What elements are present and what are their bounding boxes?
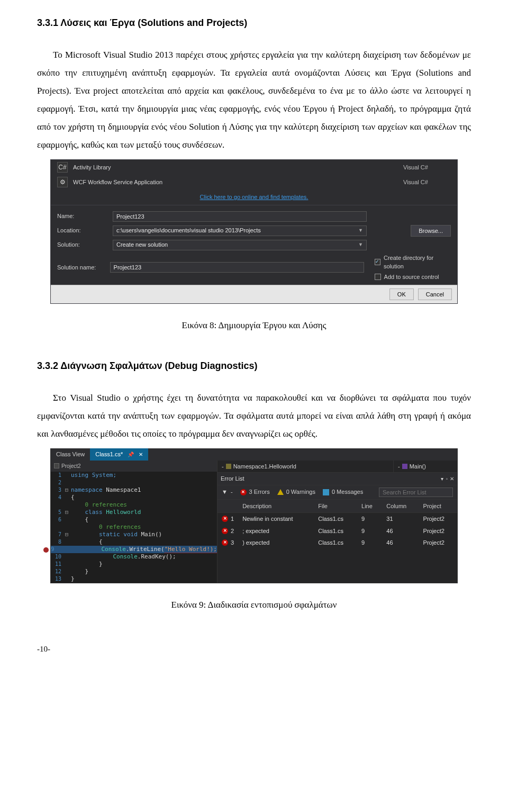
col-line[interactable]: Line: [357, 500, 382, 513]
messages-pill[interactable]: 0 Messages: [323, 488, 363, 497]
solution-combo[interactable]: Create new solution ▼: [113, 240, 367, 250]
figure-caption-9: Εικόνα 9: Διαδικασία εντοπισμού σφαλμάτω…: [37, 598, 471, 612]
ok-button[interactable]: OK: [389, 288, 414, 300]
solution-name-input[interactable]: [110, 262, 364, 273]
dropdown-icon[interactable]: ▾: [441, 475, 443, 483]
error-count: 3 Errors: [249, 488, 270, 497]
close-icon[interactable]: ✕: [139, 452, 143, 457]
figure-caption-8: Εικόνα 8: Δημιουργία Έργου και Λύσης: [37, 319, 471, 332]
warnings-pill[interactable]: 0 Warnings: [277, 488, 315, 497]
code-text: {: [85, 516, 89, 523]
code-text: }: [85, 568, 89, 575]
warning-count: 0 Warnings: [286, 488, 315, 497]
code-text: }: [71, 575, 75, 582]
name-input[interactable]: [113, 211, 367, 222]
code-text: }: [99, 561, 103, 567]
tab-bar: Class View Class1.cs* 📌 ✕: [51, 449, 457, 461]
code-editor[interactable]: Project2 1using System; 2 3⊟namespace Na…: [51, 461, 217, 583]
project-label: Project2: [61, 462, 81, 470]
new-project-dialog: C# Activity Library Visual C# ⚙ WCF Work…: [50, 159, 458, 304]
online-templates-link[interactable]: Click here to go online and find templat…: [51, 190, 457, 205]
error-panel: - Namespace1.Helloworld - Main() Error L…: [217, 461, 457, 583]
error-icon: ✕: [240, 489, 247, 495]
browse-button[interactable]: Browse...: [411, 225, 451, 237]
codelens[interactable]: 0 references: [85, 501, 127, 508]
col-file[interactable]: File: [314, 500, 357, 513]
error-icon: ✕: [222, 516, 228, 522]
close-icon[interactable]: ✕: [450, 475, 454, 483]
page-number: -10-: [37, 643, 471, 655]
checkbox-checked-icon: ✓: [375, 259, 380, 265]
code-text: Helloworld: [106, 509, 141, 516]
warning-icon: [277, 489, 284, 495]
label-solution: Solution:: [57, 240, 107, 249]
code-text: .WriteLine(: [126, 546, 165, 553]
errorlist-title: Error List: [221, 474, 244, 483]
template-name: Activity Library: [73, 163, 398, 172]
error-row[interactable]: ✕2; expectedClass1.cs946Project2: [217, 525, 457, 537]
error-row[interactable]: ✕1Newline in constantClass1.cs931Project…: [217, 513, 457, 525]
create-dir-label: Create directory for solution: [384, 254, 451, 271]
project-icon: [54, 463, 59, 468]
template-row-activity[interactable]: C# Activity Library Visual C#: [51, 160, 457, 175]
project-form: Name: Location: c:\users\vangelis\docume…: [51, 205, 457, 285]
error-table: Description File Line Column Project ✕1N…: [217, 500, 457, 549]
template-row-wcf[interactable]: ⚙ WCF Workflow Service Application Visua…: [51, 175, 457, 190]
cancel-button[interactable]: Cancel: [418, 288, 452, 300]
code-text: class: [85, 509, 106, 516]
filter-icon: ▼: [222, 488, 228, 497]
error-icon: ✕: [222, 539, 228, 546]
error-icon: ✕: [222, 528, 228, 534]
label-name: Name:: [57, 212, 107, 221]
code-text: Console: [101, 546, 125, 553]
col-project[interactable]: Project: [419, 500, 457, 513]
tab-classview[interactable]: Class View: [51, 448, 90, 461]
location-value: c:\users\vangelis\documents\visual studi…: [116, 226, 261, 235]
code-text: Console: [113, 553, 137, 560]
checkbox-unchecked-icon: [375, 274, 381, 280]
template-name: WCF Workflow Service Application: [73, 178, 398, 187]
chevron-down-icon: ▼: [358, 241, 363, 249]
pin-icon[interactable]: 📌: [128, 452, 134, 457]
template-lang: Visual C#: [403, 178, 451, 187]
breakpoint-icon[interactable]: [43, 547, 49, 553]
method-crumb[interactable]: - Main(): [394, 461, 457, 473]
errors-pill[interactable]: ✕ 3 Errors: [240, 488, 270, 497]
crumb-text: Namespace1.Helloworld: [233, 462, 296, 471]
errorlist-toolbar: ▼- ✕ 3 Errors 0 Warnings 0 Messages: [217, 485, 457, 500]
search-errorlist-input[interactable]: [379, 488, 453, 497]
code-text: using System;: [71, 472, 116, 479]
class-icon: [226, 464, 231, 469]
filter-dropdown[interactable]: ▼-: [222, 488, 233, 497]
tab-file[interactable]: Class1.cs* 📌 ✕: [90, 448, 148, 461]
label-location: Location:: [57, 226, 107, 235]
section-heading-332: 3.3.2 Διάγνωση Σφαλμάτων (Debug Diagnost…: [37, 359, 471, 373]
label-solname: Solution name:: [57, 263, 105, 272]
create-dir-checkbox-row[interactable]: ✓ Create directory for solution: [375, 254, 451, 271]
col-column[interactable]: Column: [382, 500, 419, 513]
message-icon: [323, 489, 329, 495]
message-count: 0 Messages: [332, 488, 363, 497]
section-heading-331: 3.3.1 Λύσεις και Έργα (Solutions and Pro…: [37, 16, 471, 30]
ide-errorlist: Class View Class1.cs* 📌 ✕ Project2 1usin…: [50, 448, 458, 583]
template-icon: C#: [57, 162, 68, 173]
dialog-footer: OK Cancel: [51, 285, 457, 303]
code-text: namespace: [71, 486, 106, 493]
codelens[interactable]: 0 references: [99, 524, 141, 530]
window-menu-icon[interactable]: ▫: [446, 475, 448, 483]
paragraph-332: Στο Visual Studio ο χρήστης έχει τη δυνα…: [37, 389, 471, 443]
code-text: {: [99, 538, 103, 545]
col-description[interactable]: Description: [238, 500, 314, 513]
template-icon: ⚙: [57, 177, 68, 187]
location-combo[interactable]: c:\users\vangelis\documents\visual studi…: [113, 225, 367, 236]
namespace-crumb[interactable]: - Namespace1.Helloworld: [217, 461, 394, 473]
crumb-text: Main(): [410, 462, 426, 471]
chevron-down-icon: ▼: [358, 227, 363, 234]
project-crumb[interactable]: Project2: [51, 461, 217, 472]
tab-file-label: Class1.cs*: [95, 451, 123, 457]
error-row[interactable]: ✕3) expectedClass1.cs946Project2: [217, 537, 457, 549]
paragraph-331: Το Microsoft Visual Studio 2013 παρέχει …: [37, 46, 471, 154]
source-control-label: Add to source control: [384, 273, 439, 282]
source-control-checkbox-row[interactable]: Add to source control: [375, 273, 451, 282]
code-text: "Hello World!);: [165, 546, 217, 553]
